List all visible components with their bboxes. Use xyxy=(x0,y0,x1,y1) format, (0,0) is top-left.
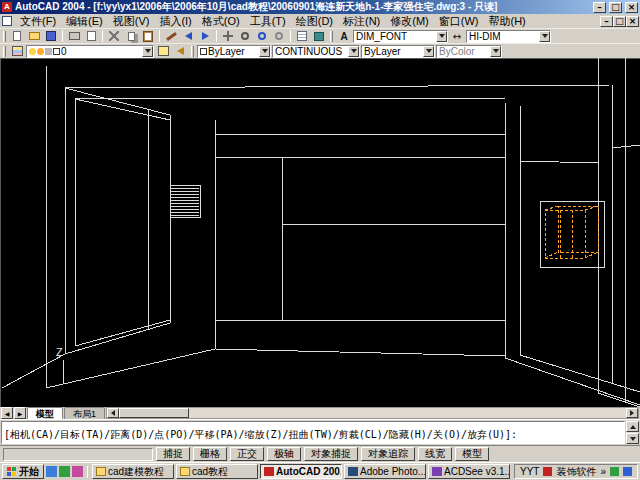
menu-tools[interactable]: 工具(T) xyxy=(245,14,291,28)
selected-object-highlight[interactable] xyxy=(545,206,598,258)
status-snap-button[interactable]: 捕捉 xyxy=(156,447,190,461)
quick-launch-ie-icon[interactable] xyxy=(46,466,57,477)
tab-scroll-left-icon[interactable]: ◀ xyxy=(1,407,13,419)
copy-button[interactable] xyxy=(123,30,139,43)
toolbar-grip[interactable] xyxy=(3,46,6,57)
status-otrack-button[interactable]: 对象追踪 xyxy=(361,447,415,461)
properties-button[interactable] xyxy=(294,30,310,43)
scroll-up-icon[interactable] xyxy=(626,421,639,432)
layer-freeze-sun-icon[interactable] xyxy=(37,48,44,55)
close-button[interactable]: × xyxy=(625,2,638,13)
lineweight-combo[interactable]: ByLayer xyxy=(361,45,435,58)
menu-view[interactable]: 视图(V) xyxy=(108,14,155,28)
task-button-cad-tutorial-folder[interactable]: cad教程 xyxy=(176,464,258,479)
zoom-previous-button[interactable] xyxy=(271,30,287,43)
design-center-button[interactable] xyxy=(311,30,327,43)
quick-launch-desktop-icon[interactable] xyxy=(59,466,70,477)
status-model-button[interactable]: 模型 xyxy=(455,447,489,461)
task-button-photoshop[interactable]: Adobe Photo... xyxy=(344,464,426,479)
layer-on-bulb-icon[interactable] xyxy=(29,48,36,55)
doc-restore-button[interactable]: □ xyxy=(613,16,626,27)
restore-button[interactable]: □ xyxy=(609,2,622,13)
status-grid-button[interactable]: 栅格 xyxy=(193,447,227,461)
print-preview-button[interactable] xyxy=(83,30,99,43)
task-button-cad-modeling-folder[interactable]: cad建模教程 xyxy=(92,464,174,479)
command-line[interactable]: [相机(CA)/目标(TA)/距离(D)/点(PO)/平移(PA)/缩放(Z)/… xyxy=(1,421,625,444)
toolbar-grip[interactable] xyxy=(330,31,333,42)
menu-edit[interactable]: 编辑(E) xyxy=(61,14,108,28)
task-label: cad建模教程 xyxy=(108,465,164,479)
drawing-file-icon[interactable] xyxy=(2,16,12,26)
start-button[interactable]: 开始 xyxy=(2,464,44,479)
text-style-button[interactable] xyxy=(336,30,352,43)
make-object-layer-current-button[interactable] xyxy=(155,45,171,58)
chevron-down-icon[interactable] xyxy=(423,46,434,57)
match-properties-button[interactable] xyxy=(163,30,179,43)
chevron-down-icon[interactable] xyxy=(142,46,153,57)
command-scrollbar[interactable] xyxy=(626,421,639,444)
dim-style-button[interactable] xyxy=(449,30,465,43)
dim-style-combo[interactable]: HI-DIM xyxy=(466,30,551,43)
menu-file[interactable]: 文件(F) xyxy=(15,14,61,28)
paste-button[interactable] xyxy=(140,30,156,43)
tray-icon-blue[interactable] xyxy=(623,467,632,476)
cut-button[interactable] xyxy=(106,30,122,43)
scroll-left-icon[interactable] xyxy=(107,408,119,418)
tray-input-method[interactable]: 装饰软件 xyxy=(556,465,596,479)
toolbar-grip[interactable] xyxy=(191,46,194,57)
text-style-combo[interactable]: DIM_FONT xyxy=(353,30,448,43)
tab-scroll-right-icon[interactable]: ▶ xyxy=(14,407,26,419)
drawing-area[interactable]: Z xyxy=(0,58,640,407)
zoom-window-button[interactable] xyxy=(254,30,270,43)
color-combo[interactable]: ByLayer xyxy=(197,45,271,58)
horizontal-scrollbar[interactable] xyxy=(106,407,639,419)
zoom-realtime-button[interactable] xyxy=(237,30,253,43)
tab-layout1[interactable]: 布局1 xyxy=(64,407,105,419)
menu-window[interactable]: 窗口(W) xyxy=(434,14,484,28)
menu-format[interactable]: 格式(O) xyxy=(197,14,245,28)
redo-button[interactable] xyxy=(197,30,213,43)
chevron-down-icon[interactable] xyxy=(436,31,447,42)
linetype-combo[interactable]: CONTINUOUS xyxy=(272,45,360,58)
new-file-icon xyxy=(13,31,21,41)
layer-combo[interactable]: 0 xyxy=(26,45,154,58)
brush-icon xyxy=(166,32,177,41)
menu-dimension[interactable]: 标注(N) xyxy=(338,14,385,28)
tab-model[interactable]: 模型 xyxy=(27,407,63,419)
menu-draw[interactable]: 绘图(D) xyxy=(291,14,338,28)
scrollbar-thumb[interactable] xyxy=(119,408,189,418)
print-button[interactable] xyxy=(66,30,82,43)
new-file-button[interactable] xyxy=(9,30,25,43)
scroll-down-icon[interactable] xyxy=(626,433,639,444)
task-button-autocad[interactable]: AutoCAD 200... xyxy=(260,464,342,479)
toolbar-grip[interactable] xyxy=(3,31,6,42)
save-button[interactable] xyxy=(43,30,59,43)
pan-button[interactable] xyxy=(220,30,236,43)
chevron-down-icon[interactable] xyxy=(539,31,550,42)
layer-previous-button[interactable] xyxy=(172,45,188,58)
status-polar-button[interactable]: 极轴 xyxy=(267,447,301,461)
chevron-down-icon[interactable] xyxy=(348,46,359,57)
tray-app-icon[interactable] xyxy=(543,467,552,476)
open-file-button[interactable] xyxy=(26,30,42,43)
tray-chevron[interactable]: » xyxy=(600,466,606,477)
chevron-down-icon[interactable] xyxy=(259,46,270,57)
task-button-acdsee[interactable]: ACDSee v3.1... xyxy=(428,464,510,479)
menu-help[interactable]: 帮助(H) xyxy=(484,14,531,28)
status-ortho-button[interactable]: 正交 xyxy=(230,447,264,461)
start-label: 开始 xyxy=(19,465,39,479)
undo-button[interactable] xyxy=(180,30,196,43)
tray-text-yyt[interactable]: YYT xyxy=(520,466,539,477)
status-osnap-button[interactable]: 对象捕捉 xyxy=(304,447,358,461)
minimize-button[interactable]: – xyxy=(593,2,606,13)
scroll-right-icon[interactable] xyxy=(626,408,638,418)
menu-insert[interactable]: 插入(I) xyxy=(154,14,196,28)
layer-lock-icon[interactable] xyxy=(45,48,52,55)
doc-minimize-button[interactable]: – xyxy=(600,16,613,27)
menu-modify[interactable]: 修改(M) xyxy=(385,14,434,28)
quick-launch-media-icon[interactable] xyxy=(72,466,83,477)
tray-icon-green[interactable] xyxy=(610,467,619,476)
status-lineweight-button[interactable]: 线宽 xyxy=(418,447,452,461)
doc-close-button[interactable]: × xyxy=(626,16,639,27)
layer-manager-button[interactable] xyxy=(9,45,25,58)
